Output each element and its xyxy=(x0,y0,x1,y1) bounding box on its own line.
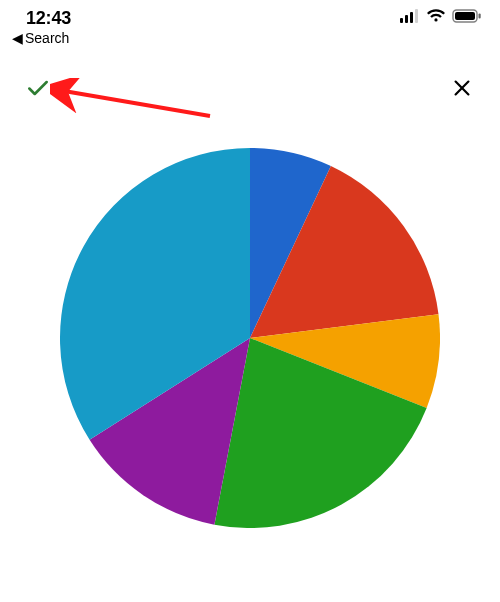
svg-rect-6 xyxy=(479,14,481,19)
cellular-icon xyxy=(400,9,420,27)
wifi-icon xyxy=(426,9,446,27)
back-caret-icon: ◀ xyxy=(12,31,23,45)
svg-rect-5 xyxy=(455,12,475,20)
svg-rect-3 xyxy=(415,9,418,23)
back-to-search[interactable]: ◀ Search xyxy=(0,28,500,46)
status-bar: 12:43 xyxy=(0,0,500,28)
svg-rect-0 xyxy=(400,18,403,23)
pie-chart xyxy=(0,148,500,528)
svg-rect-1 xyxy=(405,15,408,23)
battery-icon xyxy=(452,9,482,27)
action-bar xyxy=(0,46,500,116)
status-icons xyxy=(400,9,482,27)
back-label: Search xyxy=(25,30,69,46)
check-icon xyxy=(25,75,51,105)
status-time: 12:43 xyxy=(26,8,71,29)
close-button[interactable] xyxy=(446,74,478,106)
confirm-button[interactable] xyxy=(22,74,54,106)
close-icon xyxy=(451,77,473,103)
svg-rect-2 xyxy=(410,12,413,23)
